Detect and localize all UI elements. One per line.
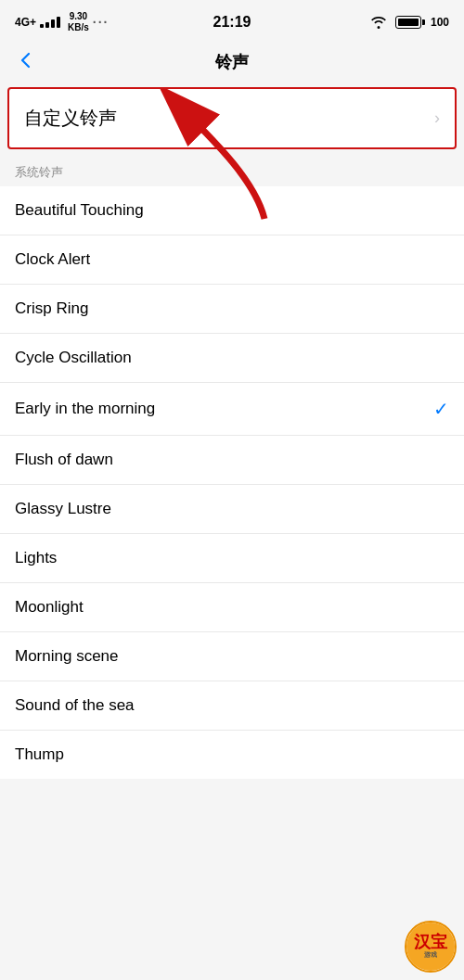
- battery-icon: [393, 16, 425, 29]
- battery-percent: 100: [431, 16, 449, 29]
- list-item[interactable]: Clock Alert: [0, 235, 464, 285]
- chevron-right-icon: ›: [434, 108, 440, 128]
- ringtone-name: Clock Alert: [15, 250, 90, 269]
- list-item[interactable]: Glassy Lustre: [0, 485, 464, 534]
- battery-body: [395, 16, 421, 29]
- ringtone-name: Flush of dawn: [15, 451, 113, 469]
- signal-bar-4: [57, 17, 60, 28]
- ringtone-name: Moonlight: [15, 598, 84, 617]
- watermark-game: 游戏: [424, 950, 437, 959]
- list-item[interactable]: Morning scene: [0, 632, 464, 681]
- signal-bar-1: [40, 24, 44, 28]
- status-time: 21:19: [213, 14, 251, 31]
- header: 铃声: [0, 41, 464, 87]
- list-item[interactable]: Moonlight: [0, 583, 464, 632]
- list-item[interactable]: Beautiful Touching: [0, 186, 464, 235]
- list-item[interactable]: Thump: [0, 731, 464, 779]
- watermark: 汉宝 游戏: [405, 921, 457, 973]
- battery-tip: [422, 19, 425, 25]
- ringtone-name: Beautiful Touching: [15, 201, 144, 220]
- system-section-label: 系统铃声: [0, 157, 464, 186]
- list-item[interactable]: Sound of the sea: [0, 681, 464, 731]
- ringtone-list: Beautiful TouchingClock AlertCrisp RingC…: [0, 186, 464, 779]
- list-item[interactable]: Crisp Ring: [0, 285, 464, 334]
- list-item[interactable]: Lights: [0, 534, 464, 583]
- status-bar: 4G+ 9.30 KB/s ··· 21:19 100: [0, 0, 464, 41]
- ringtone-name: Cycle Oscillation: [15, 349, 132, 367]
- network-type: 4G+: [15, 16, 36, 29]
- wifi-icon: [370, 16, 387, 29]
- ringtone-name: Sound of the sea: [15, 696, 135, 715]
- battery-fill: [398, 19, 419, 26]
- status-right: 100: [370, 16, 449, 29]
- signal-bars: [40, 17, 60, 28]
- page-title: 铃声: [215, 51, 249, 73]
- dots: ···: [93, 15, 110, 30]
- ringtone-name: Lights: [15, 549, 57, 567]
- ringtone-name: Glassy Lustre: [15, 500, 111, 518]
- custom-ringtone-label: 自定义铃声: [24, 106, 117, 131]
- list-item[interactable]: Cycle Oscillation: [0, 334, 464, 383]
- ringtone-name: Morning scene: [15, 647, 119, 666]
- custom-ringtone-section[interactable]: 自定义铃声 ›: [7, 87, 457, 149]
- selected-check-icon: ✓: [433, 398, 449, 420]
- status-left: 4G+ 9.30 KB/s ···: [15, 11, 109, 33]
- back-button[interactable]: [15, 49, 37, 75]
- ringtone-name: Thump: [15, 745, 64, 764]
- signal-bar-3: [51, 19, 55, 28]
- ringtone-name: Crisp Ring: [15, 299, 88, 318]
- watermark-logo: 汉宝: [414, 934, 447, 950]
- list-item[interactable]: Flush of dawn: [0, 436, 464, 485]
- list-item[interactable]: Early in the morning✓: [0, 383, 464, 436]
- network-speed: 9.30 KB/s: [68, 11, 89, 33]
- signal-bar-2: [45, 22, 49, 28]
- ringtone-name: Early in the morning: [15, 400, 155, 418]
